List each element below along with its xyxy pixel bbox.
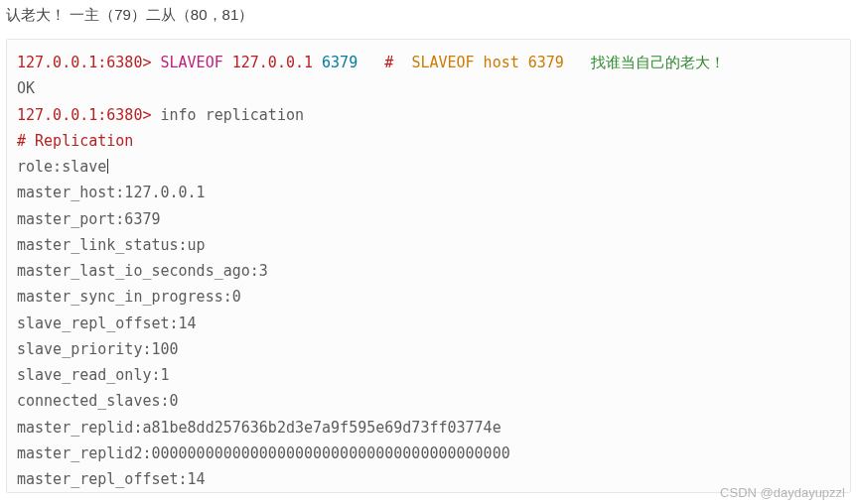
master-host-line: master_host:127.0.0.1 — [17, 180, 840, 205]
master-port-line: master_port:6379 — [17, 206, 840, 232]
comment-chinese: 找谁当自己的老大！ — [591, 54, 725, 71]
slave-priority-line: slave_priority:100 — [17, 336, 840, 362]
hash-symbol: # — [384, 54, 393, 71]
host-arg: 127.0.0.1 — [232, 54, 313, 71]
connected-slaves-line: connected_slaves:0 — [17, 388, 840, 414]
header-text: 认老大！ 一主（79）二从（80，81） — [0, 0, 857, 29]
master-replid2-line: master_replid2:0000000000000000000000000… — [17, 441, 840, 466]
slaveof-keyword: SLAVEOF — [161, 54, 223, 71]
master-repl-offset-line: master_repl_offset:14 — [17, 466, 840, 492]
info-cmd: info replication — [161, 106, 305, 124]
replication-section: # Replication — [17, 128, 840, 154]
watermark: CSDN @daydayupzzl — [720, 485, 845, 500]
text-cursor — [107, 159, 108, 174]
master-replid-line: master_replid:a81be8dd257636b2d3e7a9f595… — [17, 415, 840, 441]
ok-line: OK — [17, 75, 840, 101]
slave-repl-offset-line: slave_repl_offset:14 — [17, 311, 840, 336]
prompt: 127.0.0.1:6380> — [17, 54, 151, 71]
cmd-line-2: 127.0.0.1:6380> info replication — [17, 102, 840, 128]
role-line: role:slave — [17, 154, 840, 180]
cmd-line-1: 127.0.0.1:6380> SLAVEOF 127.0.0.1 6379 #… — [17, 50, 840, 75]
master-last-io-line: master_last_io_seconds_ago:3 — [17, 258, 840, 284]
comment-slaveof: SLAVEOF host 6379 — [411, 54, 564, 71]
code-block: 127.0.0.1:6380> SLAVEOF 127.0.0.1 6379 #… — [6, 39, 851, 493]
master-sync-line: master_sync_in_progress:0 — [17, 284, 840, 310]
slave-read-only-line: slave_read_only:1 — [17, 362, 840, 388]
prompt: 127.0.0.1:6380> — [17, 106, 151, 124]
port-arg: 6379 — [322, 54, 357, 71]
master-link-status-line: master_link_status:up — [17, 232, 840, 258]
